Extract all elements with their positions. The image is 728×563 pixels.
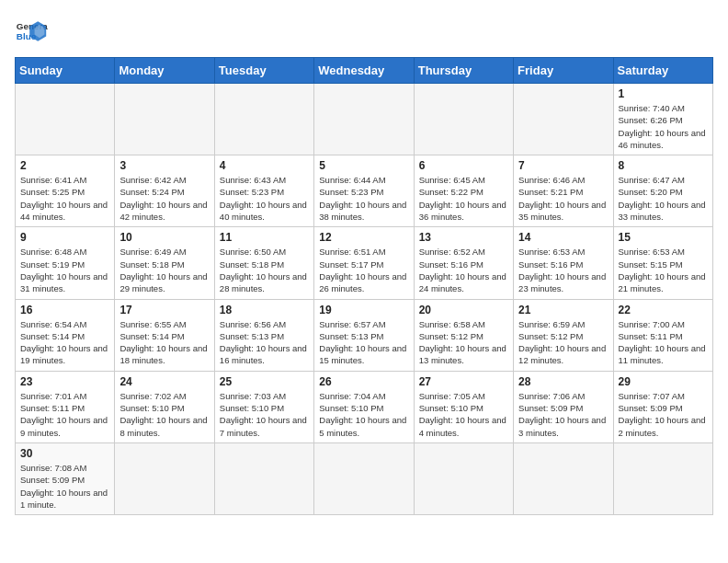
calendar-cell: 29Sunrise: 7:07 AM Sunset: 5:09 PM Dayli… bbox=[613, 371, 712, 442]
day-number: 21 bbox=[518, 304, 608, 316]
day-info: Sunrise: 6:42 AM Sunset: 5:24 PM Dayligh… bbox=[119, 174, 209, 223]
calendar-cell bbox=[115, 442, 214, 514]
weekday-header-friday: Friday bbox=[514, 58, 613, 84]
day-info: Sunrise: 7:05 AM Sunset: 5:10 PM Dayligh… bbox=[419, 390, 508, 439]
calendar-cell: 9Sunrise: 6:48 AM Sunset: 5:19 PM Daylig… bbox=[16, 227, 115, 299]
calendar-cell: 5Sunrise: 6:44 AM Sunset: 5:23 PM Daylig… bbox=[314, 155, 414, 227]
calendar-cell: 24Sunrise: 7:02 AM Sunset: 5:10 PM Dayli… bbox=[115, 371, 214, 442]
calendar-cell: 17Sunrise: 6:55 AM Sunset: 5:14 PM Dayli… bbox=[115, 299, 214, 371]
calendar-cell bbox=[115, 84, 214, 155]
calendar-cell: 26Sunrise: 7:04 AM Sunset: 5:10 PM Dayli… bbox=[314, 371, 414, 442]
calendar-cell bbox=[214, 84, 313, 155]
calendar-cell bbox=[214, 442, 313, 514]
calendar-cell: 12Sunrise: 6:51 AM Sunset: 5:17 PM Dayli… bbox=[314, 227, 414, 299]
day-number: 10 bbox=[119, 231, 209, 244]
day-info: Sunrise: 7:40 AM Sunset: 6:26 PM Dayligh… bbox=[619, 102, 708, 151]
calendar-cell: 30Sunrise: 7:08 AM Sunset: 5:09 PM Dayli… bbox=[16, 442, 115, 514]
day-number: 9 bbox=[20, 231, 109, 244]
calendar-cell: 8Sunrise: 6:47 AM Sunset: 5:20 PM Daylig… bbox=[613, 155, 712, 227]
calendar-week-row: 1Sunrise: 7:40 AM Sunset: 6:26 PM Daylig… bbox=[16, 84, 713, 155]
day-number: 3 bbox=[119, 159, 209, 172]
day-info: Sunrise: 7:02 AM Sunset: 5:10 PM Dayligh… bbox=[119, 390, 209, 439]
calendar-cell bbox=[514, 84, 613, 155]
calendar-cell: 27Sunrise: 7:05 AM Sunset: 5:10 PM Dayli… bbox=[414, 371, 513, 442]
day-number: 27 bbox=[419, 375, 508, 388]
day-info: Sunrise: 6:53 AM Sunset: 5:15 PM Dayligh… bbox=[619, 246, 708, 294]
day-number: 26 bbox=[319, 375, 408, 388]
calendar-cell: 11Sunrise: 6:50 AM Sunset: 5:18 PM Dayli… bbox=[214, 227, 313, 299]
day-number: 24 bbox=[119, 375, 209, 388]
day-info: Sunrise: 6:50 AM Sunset: 5:18 PM Dayligh… bbox=[220, 246, 309, 294]
day-info: Sunrise: 7:03 AM Sunset: 5:10 PM Dayligh… bbox=[220, 390, 309, 439]
calendar-cell: 1Sunrise: 7:40 AM Sunset: 6:26 PM Daylig… bbox=[613, 84, 712, 155]
calendar: SundayMondayTuesdayWednesdayThursdayFrid… bbox=[15, 57, 713, 515]
day-number: 18 bbox=[220, 304, 309, 316]
day-info: Sunrise: 7:08 AM Sunset: 5:09 PM Dayligh… bbox=[20, 462, 109, 511]
day-number: 14 bbox=[518, 231, 608, 244]
calendar-cell bbox=[314, 84, 414, 155]
day-number: 4 bbox=[220, 159, 309, 172]
day-info: Sunrise: 7:07 AM Sunset: 5:09 PM Dayligh… bbox=[619, 390, 708, 439]
calendar-cell: 4Sunrise: 6:43 AM Sunset: 5:23 PM Daylig… bbox=[214, 155, 313, 227]
day-info: Sunrise: 6:58 AM Sunset: 5:12 PM Dayligh… bbox=[419, 318, 508, 367]
generalblue-logo-icon: General Blue bbox=[15, 15, 48, 48]
day-info: Sunrise: 6:43 AM Sunset: 5:23 PM Dayligh… bbox=[220, 174, 309, 223]
weekday-header-monday: Monday bbox=[115, 58, 214, 84]
day-number: 6 bbox=[419, 159, 508, 172]
day-info: Sunrise: 6:49 AM Sunset: 5:18 PM Dayligh… bbox=[119, 246, 209, 294]
calendar-cell: 10Sunrise: 6:49 AM Sunset: 5:18 PM Dayli… bbox=[115, 227, 214, 299]
calendar-cell bbox=[314, 442, 414, 514]
calendar-cell: 23Sunrise: 7:01 AM Sunset: 5:11 PM Dayli… bbox=[16, 371, 115, 442]
calendar-cell: 16Sunrise: 6:54 AM Sunset: 5:14 PM Dayli… bbox=[16, 299, 115, 371]
calendar-week-row: 9Sunrise: 6:48 AM Sunset: 5:19 PM Daylig… bbox=[16, 227, 713, 299]
day-info: Sunrise: 6:59 AM Sunset: 5:12 PM Dayligh… bbox=[518, 318, 608, 367]
calendar-cell: 20Sunrise: 6:58 AM Sunset: 5:12 PM Dayli… bbox=[414, 299, 513, 371]
day-number: 12 bbox=[319, 231, 408, 244]
calendar-cell: 3Sunrise: 6:42 AM Sunset: 5:24 PM Daylig… bbox=[115, 155, 214, 227]
calendar-cell: 21Sunrise: 6:59 AM Sunset: 5:12 PM Dayli… bbox=[514, 299, 613, 371]
day-number: 8 bbox=[619, 159, 708, 172]
calendar-cell bbox=[613, 442, 712, 514]
calendar-cell: 22Sunrise: 7:00 AM Sunset: 5:11 PM Dayli… bbox=[613, 299, 712, 371]
weekday-header-sunday: Sunday bbox=[16, 58, 115, 84]
weekday-header-saturday: Saturday bbox=[613, 58, 712, 84]
calendar-week-row: 2Sunrise: 6:41 AM Sunset: 5:25 PM Daylig… bbox=[16, 155, 713, 227]
calendar-cell: 18Sunrise: 6:56 AM Sunset: 5:13 PM Dayli… bbox=[214, 299, 313, 371]
day-number: 5 bbox=[319, 159, 408, 172]
weekday-header-thursday: Thursday bbox=[414, 58, 513, 84]
day-info: Sunrise: 6:54 AM Sunset: 5:14 PM Dayligh… bbox=[20, 318, 109, 367]
weekday-header-tuesday: Tuesday bbox=[214, 58, 313, 84]
day-number: 23 bbox=[20, 375, 109, 388]
calendar-cell bbox=[414, 84, 513, 155]
day-number: 20 bbox=[419, 304, 508, 316]
day-info: Sunrise: 6:57 AM Sunset: 5:13 PM Dayligh… bbox=[319, 318, 408, 367]
day-info: Sunrise: 6:52 AM Sunset: 5:16 PM Dayligh… bbox=[419, 246, 508, 294]
weekday-header-wednesday: Wednesday bbox=[314, 58, 414, 84]
day-info: Sunrise: 6:44 AM Sunset: 5:23 PM Dayligh… bbox=[319, 174, 408, 223]
calendar-week-row: 23Sunrise: 7:01 AM Sunset: 5:11 PM Dayli… bbox=[16, 371, 713, 442]
calendar-cell: 6Sunrise: 6:45 AM Sunset: 5:22 PM Daylig… bbox=[414, 155, 513, 227]
day-number: 19 bbox=[319, 304, 408, 316]
weekday-header-row: SundayMondayTuesdayWednesdayThursdayFrid… bbox=[16, 58, 713, 84]
day-number: 25 bbox=[220, 375, 309, 388]
calendar-cell bbox=[414, 442, 513, 514]
day-number: 29 bbox=[619, 375, 708, 388]
day-info: Sunrise: 6:56 AM Sunset: 5:13 PM Dayligh… bbox=[220, 318, 309, 367]
header: General Blue bbox=[15, 15, 713, 48]
calendar-cell: 13Sunrise: 6:52 AM Sunset: 5:16 PM Dayli… bbox=[414, 227, 513, 299]
day-number: 17 bbox=[119, 304, 209, 316]
day-info: Sunrise: 7:01 AM Sunset: 5:11 PM Dayligh… bbox=[20, 390, 109, 439]
day-info: Sunrise: 6:46 AM Sunset: 5:21 PM Dayligh… bbox=[518, 174, 608, 223]
day-number: 30 bbox=[20, 447, 109, 460]
day-number: 11 bbox=[220, 231, 309, 244]
calendar-cell: 25Sunrise: 7:03 AM Sunset: 5:10 PM Dayli… bbox=[214, 371, 313, 442]
day-info: Sunrise: 7:06 AM Sunset: 5:09 PM Dayligh… bbox=[518, 390, 608, 439]
day-info: Sunrise: 6:55 AM Sunset: 5:14 PM Dayligh… bbox=[119, 318, 209, 367]
calendar-cell: 14Sunrise: 6:53 AM Sunset: 5:16 PM Dayli… bbox=[514, 227, 613, 299]
calendar-cell: 2Sunrise: 6:41 AM Sunset: 5:25 PM Daylig… bbox=[16, 155, 115, 227]
logo: General Blue bbox=[15, 15, 48, 48]
calendar-week-row: 30Sunrise: 7:08 AM Sunset: 5:09 PM Dayli… bbox=[16, 442, 713, 514]
day-info: Sunrise: 6:48 AM Sunset: 5:19 PM Dayligh… bbox=[20, 246, 109, 294]
day-info: Sunrise: 6:45 AM Sunset: 5:22 PM Dayligh… bbox=[419, 174, 508, 223]
day-info: Sunrise: 7:04 AM Sunset: 5:10 PM Dayligh… bbox=[319, 390, 408, 439]
